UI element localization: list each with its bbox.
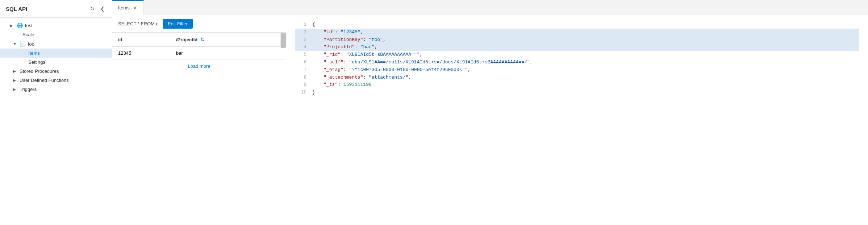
sidebar-item-label: Scale — [22, 32, 106, 37]
sidebar-item-scale[interactable]: ▶ Scale — [0, 30, 112, 39]
sidebar-item-label: Items — [28, 50, 106, 56]
tab-items[interactable]: Items ✕ — [112, 0, 144, 15]
sidebar-item-label: test — [25, 23, 106, 28]
sidebar-item-foo[interactable]: ▼ 📄 foo ··· — [0, 39, 112, 49]
cell-partition: bar — [170, 47, 286, 59]
sidebar-item-settings[interactable]: ▶ Settings — [0, 58, 112, 67]
sidebar-item-label: User Defined Functions — [20, 78, 106, 83]
arrow-icon: ▶ — [10, 24, 15, 28]
line-number: 5 — [295, 51, 306, 58]
line-number: 3 — [295, 37, 306, 43]
query-text: SELECT * FROM c — [118, 21, 158, 26]
content-area: SELECT * FROM c Edit Filter id /ProjectI… — [112, 15, 868, 225]
line-number: 2 — [295, 29, 306, 36]
json-line-5: 5 "_rid": "XL9lAId5t+sBAAAAAAAAAA==", — [295, 51, 859, 59]
json-panel: 1 { 2 "id": "12345", 3 "PartitionKey": "… — [286, 15, 868, 225]
arrow-icon: ▼ — [13, 42, 18, 46]
scrollbar-thumb — [281, 33, 286, 48]
sidebar-header: SQL API ↻ ❮ — [0, 0, 112, 18]
column-refresh-button[interactable]: ↻ — [200, 36, 205, 43]
sidebar-item-udf[interactable]: ▶ User Defined Functions — [0, 76, 112, 85]
sidebar-content: ▶ 🌐 test ▶ Scale ▼ 📄 foo ··· ▶ Items ▶ S… — [0, 18, 112, 225]
json-line-9: 9 "_ts": 1593111190 — [295, 81, 859, 89]
line-number: 6 — [295, 59, 306, 66]
table-container: id /ProjectId ↻ 12345 bar — [112, 33, 286, 225]
sidebar: SQL API ↻ ❮ ▶ 🌐 test ▶ Scale ▼ 📄 foo ··· — [0, 0, 112, 225]
json-line-8: 8 "_attachments": "attachments/", — [295, 74, 859, 82]
refresh-icon: ↻ — [90, 6, 95, 12]
json-line-1: 1 { — [295, 21, 859, 29]
sidebar-item-test[interactable]: ▶ 🌐 test — [0, 21, 112, 30]
query-bar: SELECT * FROM c Edit Filter — [112, 15, 286, 33]
json-line-3: 3 "PartitionKey": "foo", — [295, 36, 859, 44]
sidebar-item-label: Stored Procedures — [20, 68, 106, 74]
sidebar-item-label: foo — [28, 41, 99, 47]
arrow-icon: ▶ — [13, 78, 18, 82]
arrow-icon: ▶ — [13, 87, 18, 91]
collection-icon: 📄 — [20, 41, 26, 47]
line-number: 7 — [295, 67, 306, 74]
sidebar-title: SQL API — [6, 6, 27, 12]
table-row[interactable]: 12345 bar — [112, 47, 286, 60]
arrow-icon: ▶ — [13, 69, 18, 73]
json-line-2: 2 "id": "12345", — [295, 29, 859, 36]
refresh-icon-button[interactable]: ↻ — [89, 5, 96, 12]
table-header: id /ProjectId ↻ — [112, 33, 286, 47]
collapse-icon: ❮ — [100, 6, 105, 12]
json-line-7: 7 "_etag": "\"1c007305-0000-0100-0000-5e… — [295, 66, 859, 74]
column-header-id: id — [112, 33, 170, 46]
line-number: 9 — [295, 82, 306, 88]
table-panel: SELECT * FROM c Edit Filter id /ProjectI… — [112, 15, 286, 225]
tab-label: Items — [118, 5, 130, 11]
load-more-link[interactable]: Load more — [112, 60, 286, 72]
json-line-4: 4 "ProjectId": "bar", — [295, 43, 859, 51]
sidebar-item-label: Settings — [28, 59, 106, 65]
line-number: 10 — [295, 89, 306, 96]
line-number: 1 — [295, 21, 306, 28]
sidebar-item-stored-procedures[interactable]: ▶ Stored Procedures — [0, 67, 112, 76]
sidebar-header-icons: ↻ ❮ — [89, 5, 106, 12]
json-line-10: 10 } — [295, 89, 859, 96]
edit-filter-button[interactable]: Edit Filter — [163, 19, 193, 29]
database-icon: 🌐 — [17, 22, 23, 28]
main-content: Items ✕ SELECT * FROM c Edit Filter id — [112, 0, 868, 225]
sidebar-item-label: Triggers — [20, 87, 106, 92]
line-number: 4 — [295, 44, 306, 51]
json-line-6: 6 "_self": "dbs/XL9lAA==/colls/XL9lAId5t… — [295, 59, 859, 66]
cell-id: 12345 — [112, 47, 170, 59]
collapse-icon-button[interactable]: ❮ — [99, 5, 106, 12]
table-scrollbar[interactable] — [280, 33, 286, 46]
sidebar-item-triggers[interactable]: ▶ Triggers — [0, 85, 112, 94]
column-header-partition: /ProjectId ↻ — [170, 33, 286, 46]
tab-bar: Items ✕ — [112, 0, 868, 15]
line-number: 8 — [295, 74, 306, 81]
sidebar-item-items[interactable]: ▶ Items — [0, 49, 112, 58]
tab-close-button[interactable]: ✕ — [133, 6, 138, 10]
